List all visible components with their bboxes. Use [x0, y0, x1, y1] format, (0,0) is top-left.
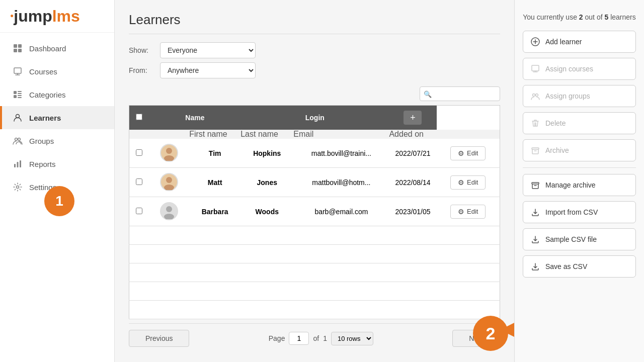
sidebar-item-courses[interactable]: Courses	[0, 60, 114, 83]
select-all-checkbox[interactable]	[136, 114, 142, 120]
login-header: Login	[240, 106, 389, 130]
from-select[interactable]: Anywhere Specific group	[160, 62, 256, 78]
delete-button[interactable]: Delete	[523, 112, 636, 134]
svg-rect-1	[18, 44, 22, 48]
import-csv-button[interactable]: Import from CSV	[523, 201, 636, 223]
row-addedon: 2023/01/05	[389, 197, 436, 226]
show-label: Show:	[129, 46, 154, 54]
manage-archive-label: Manage archive	[545, 181, 596, 189]
subheader-addedon: Added on	[389, 130, 436, 139]
subheader-firstname: First name	[189, 130, 240, 139]
table-row: Tim Hopkins matt.bovill@traini... 2022/0…	[129, 139, 500, 168]
subheader-avatar	[149, 130, 190, 139]
show-select[interactable]: Everyone Active Inactive	[160, 42, 256, 58]
svg-point-12	[15, 138, 18, 141]
sample-csv-button[interactable]: Sample CSV file	[523, 228, 636, 250]
subheader-check	[129, 130, 149, 139]
svg-rect-2	[14, 49, 17, 52]
rows-select[interactable]: 10 rows 25 rows 50 rows	[331, 332, 373, 345]
main-area: Learners Show: Everyone Active Inactive …	[115, 0, 644, 362]
svg-rect-9	[18, 95, 22, 96]
add-learner-col-button[interactable]: +	[404, 111, 422, 125]
svg-rect-28	[532, 65, 539, 71]
sample-csv-label: Sample CSV file	[545, 235, 597, 243]
show-filter-row: Show: Everyone Active Inactive	[129, 42, 500, 58]
step-1-label: 1	[55, 193, 63, 209]
svg-rect-14	[14, 164, 16, 167]
subheader-email: Email	[293, 130, 389, 139]
assign-courses-icon	[530, 64, 540, 74]
archive-icon	[530, 145, 540, 155]
sidebar-item-groups[interactable]: Groups	[0, 129, 114, 152]
empty-row	[129, 282, 500, 301]
groups-icon	[12, 135, 23, 146]
settings-icon	[12, 182, 23, 193]
svg-rect-3	[18, 49, 22, 52]
row-checkbox[interactable]	[136, 149, 142, 156]
svg-point-22	[166, 177, 172, 183]
edit-button[interactable]: ⚙ Edit	[450, 146, 486, 160]
gear-icon: ⚙	[458, 178, 464, 187]
search-input[interactable]	[420, 86, 500, 101]
svg-point-19	[166, 148, 172, 154]
content-area: Learners Show: Everyone Active Inactive …	[115, 0, 644, 362]
svg-rect-0	[14, 44, 17, 48]
archive-label: Archive	[545, 146, 569, 154]
gear-icon: ⚙	[458, 149, 464, 157]
dashboard-icon	[12, 43, 23, 54]
sidebar-item-courses-label: Courses	[29, 67, 57, 76]
row-action-cell: ⚙ Edit	[437, 139, 500, 168]
add-col-header: +	[389, 106, 436, 130]
row-lastname: Hopkins	[240, 139, 293, 168]
gear-icon: ⚙	[458, 208, 464, 216]
usage-text: You currently use 2 out of 5 learners	[523, 12, 636, 23]
search-icon: 🔍	[424, 90, 432, 98]
page-number-input[interactable]	[289, 332, 309, 345]
table-row: Matt Jones mattbovill@hotm... 2022/08/14…	[129, 168, 500, 197]
sample-csv-icon	[530, 234, 540, 244]
assign-groups-button[interactable]: Assign groups	[523, 85, 636, 107]
row-firstname: Matt	[189, 168, 240, 197]
sidebar-item-categories[interactable]: Categories	[0, 83, 114, 106]
delete-icon	[530, 118, 540, 128]
assign-courses-label: Assign courses	[545, 65, 593, 73]
name-header: Name	[149, 106, 241, 130]
row-checkbox[interactable]	[136, 178, 142, 185]
learners-table: Name Login + First name Last name Email …	[129, 105, 500, 319]
page-title: Learners	[129, 12, 500, 34]
filters: Show: Everyone Active Inactive From: Any…	[129, 42, 500, 78]
sidebar-item-learners[interactable]: Learners	[0, 106, 114, 129]
edit-button[interactable]: ⚙ Edit	[450, 205, 486, 219]
sidebar-item-reports[interactable]: Reports	[0, 152, 114, 175]
assign-courses-button[interactable]: Assign courses	[523, 58, 636, 80]
sidebar-item-reports-label: Reports	[29, 160, 56, 168]
svg-rect-32	[532, 183, 539, 184]
save-csv-button[interactable]: Save as CSV	[523, 255, 636, 278]
row-avatar-cell	[149, 197, 190, 226]
row-checkbox[interactable]	[136, 208, 142, 214]
row-checkbox-cell	[129, 168, 149, 197]
edit-button[interactable]: ⚙ Edit	[450, 175, 486, 190]
total-pages: 1	[323, 334, 327, 342]
sidebar-item-learners-label: Learners	[29, 114, 61, 122]
assign-groups-icon	[530, 91, 540, 101]
sidebar-item-dashboard[interactable]: Dashboard	[0, 37, 114, 60]
manage-archive-button[interactable]: Manage archive	[523, 174, 636, 196]
usage-bold-1: 2	[579, 13, 583, 21]
svg-rect-5	[14, 91, 17, 94]
edit-label: Edit	[467, 178, 478, 186]
svg-point-30	[536, 94, 538, 97]
archive-button[interactable]: Archive	[523, 139, 636, 161]
previous-button[interactable]: Previous	[129, 330, 189, 347]
logo: ●jumplms	[0, 0, 114, 33]
reports-icon	[12, 158, 23, 169]
avatar	[160, 202, 178, 220]
assign-groups-label: Assign groups	[545, 92, 590, 100]
row-firstname: Barbara	[189, 197, 240, 226]
search-wrap: 🔍	[420, 86, 500, 101]
add-learner-button[interactable]: Add learner	[523, 31, 636, 53]
from-label: From:	[129, 66, 154, 74]
import-csv-label: Import from CSV	[545, 208, 598, 216]
row-lastname: Woods	[240, 197, 293, 226]
step-2-arrow	[500, 323, 514, 337]
